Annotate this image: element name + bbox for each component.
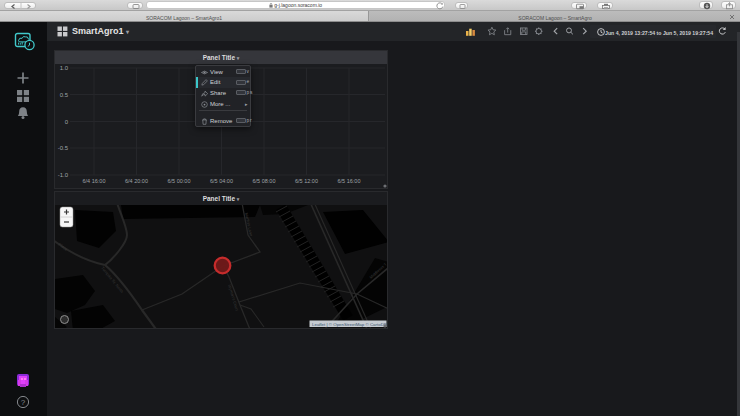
svg-text:-1.0: -1.0 <box>58 172 69 178</box>
svg-text:0: 0 <box>65 119 69 125</box>
svg-text:Leaflet | © OpenStreetMap © Ca: Leaflet | © OpenStreetMap © CartoDB <box>312 322 387 327</box>
svg-text:6/4 20:00: 6/4 20:00 <box>125 178 148 184</box>
svg-text:6/5 04:00: 6/5 04:00 <box>210 178 233 184</box>
svg-text:6/5 08:00: 6/5 08:00 <box>253 178 276 184</box>
svg-text:6/5 12:00: 6/5 12:00 <box>295 178 318 184</box>
svg-text:?: ? <box>21 398 26 407</box>
svg-text:6/5 00:00: 6/5 00:00 <box>168 178 191 184</box>
svg-text:6/4 16:00: 6/4 16:00 <box>83 178 106 184</box>
svg-text:1.0: 1.0 <box>60 65 69 71</box>
svg-text:-0.5: -0.5 <box>58 145 69 151</box>
svg-text:0.5: 0.5 <box>60 92 69 98</box>
svg-text:6/5 16:00: 6/5 16:00 <box>338 178 361 184</box>
